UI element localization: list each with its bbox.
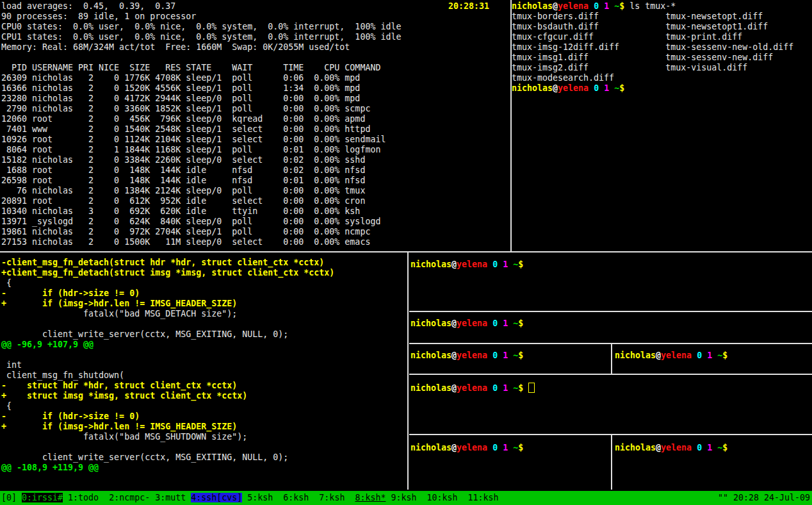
prompt-part	[498, 351, 503, 360]
top-summary-line: Memory: Real: 68M/324M act/tot Free: 166…	[1, 42, 510, 53]
window-entry[interactable]: 4:ssh[cvs]	[191, 493, 242, 502]
prompt-part: @	[451, 443, 457, 452]
file-list-row: tmux-borders.diff tmux-newsetopt.diff	[512, 12, 811, 22]
diff-line: {	[1, 278, 334, 288]
prompt-part	[498, 319, 503, 328]
session-indicator: [0]	[1, 493, 22, 502]
process-row: 10340 nicholas 3 0 692K 620K idle ttyin …	[1, 206, 510, 217]
prompt-part: nicholas	[410, 319, 451, 328]
prompt-part: 0	[594, 83, 599, 93]
shell-prompt: nicholas@yelena 0 1 ~$	[410, 383, 523, 393]
shell-pane-3[interactable]: nicholas@yelena 0 1 ~$	[409, 344, 611, 374]
diff-line: -client_msg_fn_detach(struct hdr *hdr, s…	[1, 258, 334, 268]
file-list: tmux-borders.diff tmux-newsetopt.difftmu…	[512, 12, 811, 83]
prompt-part: 0	[492, 319, 498, 328]
shell-pane-active[interactable]: nicholas@yelena 0 1 ~$	[409, 375, 812, 434]
prompt-part: yelena	[457, 319, 487, 328]
prompt-part: nicholas	[410, 351, 451, 360]
prompt-part: 1	[707, 351, 712, 360]
pane-border-v3	[611, 344, 612, 374]
clock: 20:28:31	[448, 1, 489, 12]
prompt-part: @	[451, 383, 457, 393]
prompt-part: yelena	[457, 443, 487, 452]
diff-line: int	[1, 360, 334, 370]
prompt-part: nicholas	[410, 383, 451, 393]
diff-line: - struct hdr *hdr, struct client_ctx *cc…	[1, 381, 334, 391]
window-list: [0] 0:irssi# 1:todo 2:ncmpc- 3:mutt 4:ss…	[1, 491, 499, 505]
terminal-cursor	[528, 383, 535, 393]
prompt-part: yelena	[457, 260, 487, 269]
shell-pane-4[interactable]: nicholas@yelena 0 1 ~$	[613, 344, 812, 374]
prompt-part: $	[518, 260, 523, 269]
shell-pane-1[interactable]: nicholas@yelena 0 1 ~$	[409, 254, 812, 311]
prompt-part: $	[722, 443, 727, 452]
prompt-part: 0	[492, 351, 498, 360]
prompt-part	[487, 443, 492, 452]
window-entry[interactable]: 9:ksh 10:ksh 11:ksh	[386, 493, 498, 502]
prompt-part: yelena	[558, 1, 589, 11]
prompt-part: $	[619, 83, 624, 93]
diff-line: + if (imsg->hdr.len != IMSG_HEADER_SIZE)	[1, 299, 334, 309]
diff-line: +client_msg_fn_detach(struct imsg *imsg,…	[1, 268, 334, 278]
prompt-part	[498, 443, 503, 452]
diff-line: @@ -108,9 +119,9 @@	[1, 463, 334, 473]
window-entry[interactable]: 0:irssi#	[22, 493, 63, 502]
prompt-part	[609, 1, 614, 11]
prompt-part	[692, 351, 697, 360]
shell-pane-6[interactable]: nicholas@yelena 0 1 ~$	[613, 435, 812, 490]
prompt-part: @	[451, 260, 457, 269]
diff-line: + if (imsg->hdr.len != IMSG_HEADER_SIZE)	[1, 422, 334, 432]
window-entry[interactable]: 5:ksh 6:ksh 7:ksh	[242, 493, 355, 502]
prompt-part	[712, 443, 717, 452]
diff-line: {	[1, 401, 334, 411]
process-row: 23280 nicholas 2 0 4172K 2944K sleep/0 p…	[1, 94, 510, 104]
prompt-part: nicholas	[615, 443, 656, 452]
process-table: PID USERNAME PRI NICE SIZE RES STATE WAI…	[1, 63, 510, 247]
prompt-part: ~	[614, 83, 619, 93]
prompt-part	[589, 1, 594, 11]
diff-line	[1, 319, 334, 329]
prompt-part: 1	[503, 260, 508, 269]
top-pane[interactable]: load averages: 0.45, 0.39, 0.37 90 proce…	[1, 1, 510, 250]
shell-prompt: nicholas@yelena 0 1 ~$	[512, 83, 624, 93]
shell-prompt: nicholas@yelena 0 1 ~$	[615, 351, 727, 360]
shell-command: ls tmux-*	[624, 1, 676, 11]
process-row: 20891 root 2 0 612K 952K idle select 0:0…	[1, 196, 510, 206]
shell-prompt: nicholas@yelena 0 1 ~$	[410, 443, 523, 452]
emacs-pane[interactable]: -client_msg_fn_detach(struct hdr *hdr, s…	[0, 254, 407, 490]
window-entry[interactable]: 8:ksh*	[355, 493, 386, 502]
prompt-part: 1	[503, 383, 508, 393]
diff-line: client_write_server(cctx, MSG_EXITING, N…	[1, 329, 334, 340]
prompt-part	[609, 83, 614, 93]
prompt-part: ~	[513, 260, 518, 269]
shell-prompt: nicholas@yelena 0 1 ~$	[410, 351, 523, 360]
top-summary-line: CPU1 states: 0.0% user, 0.0% nice, 0.0% …	[1, 32, 510, 42]
window-entry[interactable]: 1:todo 2:ncmpc- 3:mutt	[63, 493, 191, 502]
process-row: 26309 nicholas 2 0 1776K 4708K sleep/1 p…	[1, 73, 510, 83]
prompt-part: nicholas	[512, 83, 553, 93]
process-row: 10926 root 2 0 1124K 2104K sleep/1 selec…	[1, 135, 510, 145]
diff-content: -client_msg_fn_detach(struct hdr *hdr, s…	[1, 258, 334, 473]
prompt-part: @	[553, 83, 558, 93]
diff-line: fatalx("bad MSG_SHUTDOWN size");	[1, 432, 334, 442]
process-row: 13971 _syslogd 2 0 624K 840K sleep/0 pol…	[1, 217, 510, 227]
shell-pane-ls[interactable]: nicholas@yelena 0 1 ~$ ls tmux-* tmux-bo…	[512, 1, 811, 250]
pane-border-v5	[611, 435, 612, 490]
prompt-part: @	[656, 443, 661, 452]
file-list-row: tmux-modesearch.diff	[512, 73, 811, 83]
process-row: 76 nicholas 2 0 1384K 2124K sleep/0 poll…	[1, 186, 510, 196]
process-row: 26598 root 2 0 148K 144K idle nfsd 0:01 …	[1, 176, 510, 186]
file-list-row: tmux-imsg1.diff tmux-sessenv-new.diff	[512, 53, 811, 63]
prompt-part	[508, 443, 513, 452]
shell-pane-5[interactable]: nicholas@yelena 0 1 ~$	[409, 435, 611, 490]
shell-pane-2[interactable]: nicholas@yelena 0 1 ~$	[409, 313, 812, 343]
prompt-part: 1	[503, 443, 508, 452]
prompt-part	[487, 260, 492, 269]
prompt-part: 0	[697, 351, 702, 360]
prompt-part: nicholas	[615, 351, 656, 360]
top-summary-line: 90 processes: 89 idle, 1 on processor	[1, 12, 510, 22]
diff-line: @@ -96,9 +107,9 @@	[1, 340, 334, 350]
prompt-part	[508, 260, 513, 269]
prompt-part: 1	[707, 443, 712, 452]
prompt-part: @	[451, 351, 457, 360]
